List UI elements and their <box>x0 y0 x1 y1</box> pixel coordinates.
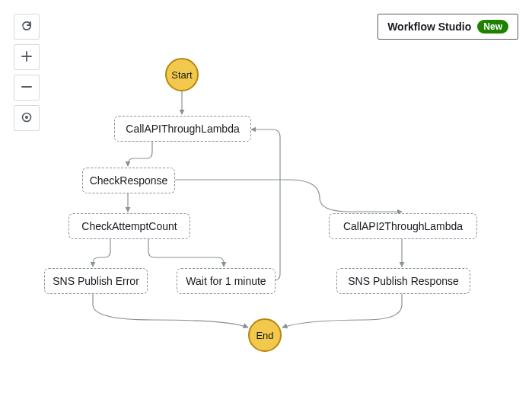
minus-icon <box>21 81 32 94</box>
canvas: Workflow Studio New <box>0 0 532 409</box>
checkAttempt-label: CheckAttemptCount <box>81 220 177 232</box>
plus-icon <box>21 51 32 64</box>
workflow-studio-button[interactable]: Workflow Studio New <box>377 14 518 40</box>
workflow-studio-label: Workflow Studio <box>387 21 471 33</box>
snsError-node[interactable]: SNS Publish Error <box>44 268 148 294</box>
svg-point-1 <box>26 116 28 118</box>
callAPI-node[interactable]: CallAPIThroughLambda <box>114 116 251 142</box>
zoom-in-button[interactable] <box>14 44 40 70</box>
start-node[interactable]: Start <box>165 58 199 91</box>
refresh-button[interactable] <box>14 14 40 40</box>
center-icon <box>21 111 33 126</box>
refresh-icon <box>21 20 33 34</box>
start-label: Start <box>171 69 192 81</box>
callAPI2-label: CallAPI2ThroughLambda <box>343 220 463 232</box>
wait-node[interactable]: Wait for 1 minute <box>177 268 276 294</box>
wait-label: Wait for 1 minute <box>186 275 266 287</box>
snsError-label: SNS Publish Error <box>53 275 139 287</box>
checkResponse-label: CheckResponse <box>90 174 168 187</box>
checkAttempt-node[interactable]: CheckAttemptCount <box>68 213 190 239</box>
zoom-out-button[interactable] <box>14 75 40 101</box>
callAPI2-node[interactable]: CallAPI2ThroughLambda <box>329 213 477 239</box>
end-node[interactable]: End <box>248 318 282 352</box>
new-badge: New <box>477 20 508 34</box>
checkResponse-node[interactable]: CheckResponse <box>82 168 175 193</box>
snsResponse-label: SNS Publish Response <box>348 275 459 287</box>
snsResponse-node[interactable]: SNS Publish Response <box>336 268 470 294</box>
callAPI-label: CallAPIThroughLambda <box>126 123 239 135</box>
center-button[interactable] <box>14 105 40 131</box>
end-label: End <box>256 330 273 341</box>
